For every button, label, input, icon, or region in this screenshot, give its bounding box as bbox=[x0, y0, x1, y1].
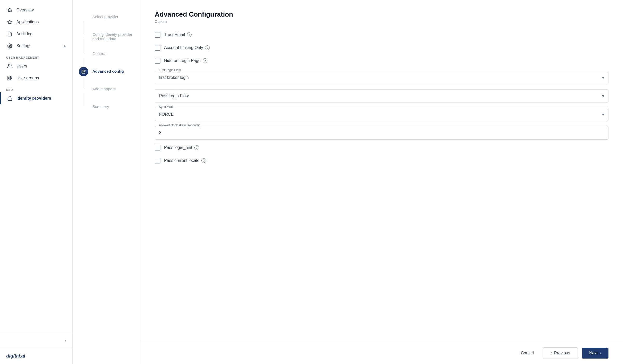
svg-rect-6 bbox=[11, 79, 12, 80]
trust-email-help-icon[interactable]: ? bbox=[187, 32, 192, 37]
logo-area: digital.ai bbox=[0, 348, 72, 364]
sidebar: Overview Applications Audit log bbox=[0, 0, 73, 364]
step-label-summary: Summary bbox=[92, 102, 109, 109]
clock-skew-label: Allowed clock skew (seconds) bbox=[158, 123, 201, 127]
sidebar-item-label: Audit log bbox=[16, 32, 32, 36]
step-select-provider[interactable]: Select provider bbox=[79, 8, 134, 26]
sidebar-item-label: Users bbox=[16, 64, 27, 68]
pass-current-locale-label[interactable]: Pass current locale ? bbox=[164, 158, 206, 163]
sidebar-item-users[interactable]: Users bbox=[0, 60, 72, 72]
svg-rect-7 bbox=[8, 98, 12, 100]
step-label-select-provider: Select provider bbox=[92, 12, 118, 19]
step-circle-select-provider bbox=[79, 12, 88, 22]
sync-mode-label: Sync Mode bbox=[158, 105, 175, 109]
page-subtitle: Optional bbox=[155, 19, 608, 24]
chevron-right-icon: ▶ bbox=[64, 44, 66, 48]
svg-rect-4 bbox=[11, 76, 12, 78]
trust-email-row: Trust Email ? bbox=[155, 32, 608, 38]
step-label-general: General bbox=[92, 49, 106, 56]
step-label-config-identity: Config identity provider and metadata bbox=[92, 30, 134, 41]
svg-point-2 bbox=[8, 64, 10, 66]
step-config-identity[interactable]: Config identity provider and metadata bbox=[79, 26, 134, 45]
previous-button[interactable]: ‹ Previous bbox=[543, 347, 578, 359]
hide-login-help-icon[interactable]: ? bbox=[203, 58, 207, 63]
hide-login-row: Hide on Login Page ? bbox=[155, 58, 608, 64]
pass-current-locale-row: Pass current locale ? bbox=[155, 158, 608, 163]
sync-mode-wrapper: Sync Mode FORCE LEGACY IMPORT ▾ bbox=[155, 108, 608, 121]
step-summary[interactable]: Summary bbox=[79, 98, 134, 116]
step-add-mappers[interactable]: Add mappers bbox=[79, 80, 134, 98]
sidebar-item-identity-providers[interactable]: Identity providers bbox=[0, 92, 72, 104]
account-linking-checkbox[interactable] bbox=[155, 45, 160, 51]
first-login-flow-label: First Login Flow bbox=[158, 68, 182, 72]
sidebar-item-label: User groups bbox=[16, 76, 39, 80]
next-button[interactable]: Next › bbox=[582, 348, 608, 359]
pass-login-hint-label[interactable]: Pass login_hint ? bbox=[164, 145, 199, 150]
hide-login-checkbox[interactable] bbox=[155, 58, 160, 64]
apps-icon bbox=[7, 19, 13, 25]
stepper-panel: Select provider Config identity provider… bbox=[73, 0, 140, 364]
chevron-right-icon: › bbox=[600, 351, 601, 355]
user-management-section-label: USER MANAGEMENT bbox=[0, 52, 72, 60]
sidebar-item-label: Applications bbox=[16, 20, 39, 24]
sidebar-item-settings[interactable]: Settings ▶ bbox=[0, 40, 72, 52]
step-label-advanced-config: Advanced config bbox=[92, 67, 124, 73]
gear-icon bbox=[7, 43, 13, 49]
doc-icon bbox=[7, 31, 13, 37]
sso-section-label: SSO bbox=[0, 84, 72, 92]
step-circle-summary bbox=[79, 102, 88, 112]
users-icon bbox=[7, 63, 13, 69]
pass-login-hint-help-icon[interactable]: ? bbox=[194, 145, 199, 150]
svg-point-1 bbox=[9, 45, 11, 47]
post-login-flow-wrapper: Post Login Flow ▾ bbox=[155, 89, 608, 102]
sidebar-item-label: Identity providers bbox=[16, 96, 51, 101]
trust-email-label[interactable]: Trust Email ? bbox=[164, 32, 192, 37]
pass-current-locale-help-icon[interactable]: ? bbox=[201, 158, 206, 163]
sidebar-item-user-groups[interactable]: User groups bbox=[0, 72, 72, 84]
account-linking-label[interactable]: Account Linking Only ? bbox=[164, 45, 210, 50]
first-login-flow-wrapper: First Login Flow first broker login brow… bbox=[155, 71, 608, 84]
step-advanced-config[interactable]: Advanced config bbox=[79, 63, 134, 80]
clock-skew-wrapper: Allowed clock skew (seconds) bbox=[155, 126, 608, 140]
sidebar-navigation: Overview Applications Audit log bbox=[0, 0, 72, 334]
step-circle-add-mappers bbox=[79, 85, 88, 94]
svg-rect-3 bbox=[8, 76, 9, 78]
home-icon bbox=[7, 7, 13, 13]
cancel-button[interactable]: Cancel bbox=[516, 348, 539, 359]
sidebar-item-label: Settings bbox=[16, 44, 31, 48]
groups-icon bbox=[7, 75, 13, 81]
sync-mode-select[interactable]: FORCE LEGACY IMPORT bbox=[155, 108, 608, 121]
hide-login-label[interactable]: Hide on Login Page ? bbox=[164, 58, 207, 63]
account-linking-help-icon[interactable]: ? bbox=[205, 45, 210, 50]
first-login-flow-select[interactable]: first broker login browser direct grant … bbox=[155, 71, 608, 84]
step-circle-advanced-config bbox=[79, 67, 88, 76]
step-circle-config-identity bbox=[79, 30, 88, 39]
collapse-sidebar-button[interactable]: ‹ bbox=[65, 338, 66, 344]
pass-login-hint-checkbox[interactable] bbox=[155, 145, 160, 150]
sidebar-item-audit-log[interactable]: Audit log bbox=[0, 28, 72, 40]
footer-bar: Cancel ‹ Previous Next › bbox=[140, 342, 623, 364]
page-title: Advanced Configuration bbox=[155, 10, 608, 18]
post-login-flow-select[interactable]: Post Login Flow bbox=[155, 89, 608, 102]
step-circle-general bbox=[79, 49, 88, 59]
account-linking-row: Account Linking Only ? bbox=[155, 45, 608, 51]
pass-login-hint-row: Pass login_hint ? bbox=[155, 145, 608, 150]
trust-email-checkbox[interactable] bbox=[155, 32, 160, 38]
main-content: Advanced Configuration Optional Trust Em… bbox=[140, 0, 623, 364]
svg-marker-0 bbox=[8, 20, 12, 24]
sidebar-item-applications[interactable]: Applications bbox=[0, 16, 72, 28]
clock-skew-input[interactable] bbox=[155, 126, 608, 140]
pass-current-locale-checkbox[interactable] bbox=[155, 158, 160, 163]
svg-rect-5 bbox=[8, 79, 9, 80]
lock-icon bbox=[7, 95, 13, 101]
content-area: Advanced Configuration Optional Trust Em… bbox=[140, 0, 623, 342]
logo-text: digital.ai bbox=[6, 353, 25, 359]
sidebar-item-overview[interactable]: Overview bbox=[0, 4, 72, 16]
chevron-left-icon: ‹ bbox=[551, 351, 552, 355]
step-label-add-mappers: Add mappers bbox=[92, 85, 116, 91]
step-general[interactable]: General bbox=[79, 45, 134, 63]
sidebar-collapse-section: ‹ bbox=[0, 334, 72, 348]
sidebar-item-label: Overview bbox=[16, 8, 34, 12]
